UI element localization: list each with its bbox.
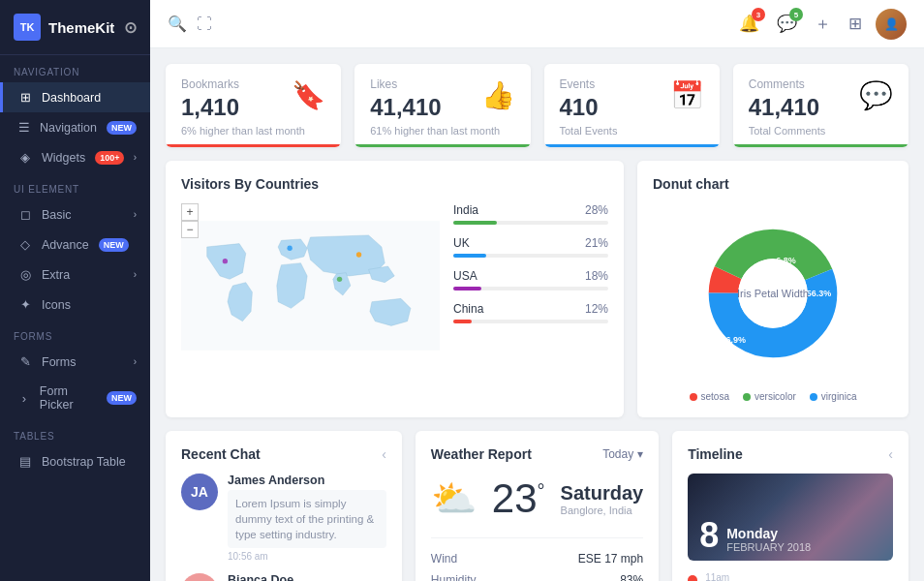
today-dropdown[interactable]: Today ▾ bbox=[602, 447, 643, 461]
chat-avatar-james: JA bbox=[181, 474, 218, 510]
map-visual: + − bbox=[181, 203, 440, 378]
today-label: Today bbox=[602, 447, 633, 461]
donut-wrapper: 6.8% 36.9% 56.3% Iris Petal Width bbox=[653, 211, 893, 376]
new-badge: NEW bbox=[107, 121, 137, 135]
sidebar-item-label: Advance bbox=[42, 238, 89, 252]
country-name: India bbox=[453, 203, 478, 217]
section-forms: Forms bbox=[0, 320, 150, 347]
country-pct: 18% bbox=[585, 269, 608, 283]
svg-point-8 bbox=[738, 259, 807, 327]
map-zoom-in[interactable]: + bbox=[181, 203, 199, 221]
notification-count: 3 bbox=[752, 8, 765, 21]
timeline-month: FEBRUARY 2018 bbox=[726, 541, 811, 553]
weather-day: Saturday bbox=[561, 482, 644, 505]
country-pct: 21% bbox=[585, 236, 608, 250]
svg-point-4 bbox=[356, 252, 361, 257]
search-button[interactable]: 🔍 bbox=[168, 15, 187, 33]
map-stat-india: India 28% bbox=[453, 203, 608, 225]
sidebar: TK ThemeKit ⊙ Navigation ⊞ Dashboard ☰ N… bbox=[0, 0, 150, 581]
chat-collapse-icon[interactable]: ‹ bbox=[382, 446, 386, 462]
chat-name: Bianca Doe bbox=[228, 573, 386, 581]
sidebar-item-label: Dashboard bbox=[42, 91, 101, 105]
stat-card-likes: Likes 41,410 👍 61% higher than last mont… bbox=[354, 64, 530, 147]
map-card-title: Visitors By Countries bbox=[181, 176, 608, 192]
chat-message: Lorem Ipsum is simply dummy text of the … bbox=[228, 490, 386, 548]
weather-card-header: Weather Report Today ▾ bbox=[431, 446, 643, 462]
svg-point-3 bbox=[223, 259, 228, 263]
app-name: ThemeKit bbox=[48, 19, 114, 36]
avatar-initials: BD bbox=[181, 573, 218, 581]
weather-temperature: 23° bbox=[492, 475, 545, 522]
sidebar-item-icons[interactable]: ✦ Icons bbox=[0, 290, 150, 320]
sidebar-item-label: Form Picker bbox=[40, 384, 97, 412]
sidebar-item-label: Icons bbox=[42, 298, 71, 312]
donut-card-title: Donut chart bbox=[653, 176, 893, 192]
sidebar-item-basic[interactable]: ◻ Basic › bbox=[0, 199, 150, 229]
chat-item-bianca: BD Bianca Doe bbox=[181, 573, 386, 581]
middle-row: Visitors By Countries + − bbox=[166, 161, 909, 417]
form-picker-icon: › bbox=[16, 391, 32, 406]
chevron-right-icon: › bbox=[134, 209, 137, 220]
chat-name: James Anderson bbox=[228, 474, 386, 487]
map-zoom-out[interactable]: − bbox=[181, 221, 199, 238]
segment-label-setosa: 6.8% bbox=[776, 256, 796, 265]
sidebar-item-navigation[interactable]: ☰ Navigation NEW bbox=[0, 112, 150, 142]
sidebar-item-forms[interactable]: ✎ Forms › bbox=[0, 347, 150, 377]
stat-sub: Total Comments bbox=[749, 125, 893, 137]
sidebar-item-label: Widgets bbox=[42, 151, 85, 165]
map-stats: India 28% UK 21% bbox=[453, 203, 608, 378]
map-stat-china: China 12% bbox=[453, 302, 608, 323]
stat-value: 1,410 bbox=[181, 94, 239, 121]
new-badge: NEW bbox=[107, 391, 137, 405]
expand-icon[interactable]: ⛶ bbox=[197, 15, 212, 33]
sidebar-item-form-picker[interactable]: › Form Picker NEW bbox=[0, 377, 150, 419]
map-content: + − bbox=[181, 203, 608, 378]
sidebar-item-label: Basic bbox=[42, 208, 72, 222]
chat-card-header: Recent Chat ‹ bbox=[181, 446, 386, 462]
country-pct: 12% bbox=[585, 302, 608, 316]
sidebar-toggle-icon[interactable]: ⊙ bbox=[124, 18, 137, 37]
weather-card: Weather Report Today ▾ ⛅ 23° Saturday Ba… bbox=[416, 431, 659, 581]
timeline-card: Timeline ‹ 8 Monday FEBRUARY 2018 11am A… bbox=[672, 431, 909, 581]
timeline-collapse-icon[interactable]: ‹ bbox=[888, 446, 893, 462]
sidebar-item-dashboard[interactable]: ⊞ Dashboard bbox=[0, 82, 150, 112]
advance-icon: ◇ bbox=[16, 237, 34, 252]
stat-progress-bar bbox=[166, 144, 341, 147]
stat-sub: Total Events bbox=[560, 125, 704, 137]
legend-virginica: virginica bbox=[810, 391, 857, 402]
notifications-button[interactable]: 🔔 3 bbox=[735, 10, 763, 38]
sidebar-item-extra[interactable]: ◎ Extra › bbox=[0, 260, 150, 290]
svg-point-2 bbox=[287, 246, 292, 251]
map-controls: + − bbox=[181, 203, 199, 238]
icons-icon: ✦ bbox=[16, 297, 34, 312]
stat-value: 41,410 bbox=[370, 94, 441, 121]
messages-button[interactable]: 💬 5 bbox=[773, 10, 801, 38]
new-badge: NEW bbox=[99, 238, 129, 252]
timeline-date-number: 8 bbox=[699, 518, 719, 553]
weather-card-title: Weather Report bbox=[431, 446, 532, 462]
avatar[interactable]: 👤 bbox=[876, 9, 907, 40]
sidebar-item-bootstrap-table[interactable]: ▤ Bootstrap Table bbox=[0, 446, 150, 476]
add-button[interactable]: ＋ bbox=[811, 9, 835, 39]
sidebar-item-label: Forms bbox=[42, 355, 76, 369]
weather-cloud-icon: ⛅ bbox=[431, 477, 477, 520]
legend-versicolor: versicolor bbox=[743, 391, 796, 402]
chevron-right-icon: › bbox=[134, 269, 137, 280]
sidebar-item-label: Bootstrap Table bbox=[42, 455, 126, 469]
sidebar-item-label: Extra bbox=[42, 268, 70, 282]
timeline-card-header: Timeline ‹ bbox=[688, 446, 893, 462]
grid-button[interactable]: ⊞ bbox=[845, 10, 866, 38]
chat-avatar-bianca: BD bbox=[181, 573, 218, 581]
weather-location: Banglore, India bbox=[561, 505, 644, 516]
timeline-dot bbox=[688, 575, 697, 581]
stat-card-events: Events 410 📅 Total Events bbox=[544, 64, 720, 147]
segment-label-virginica: 56.3% bbox=[807, 289, 832, 298]
timeline-event-attendance: 11am Attendance Computer Class bbox=[688, 572, 893, 581]
sidebar-item-widgets[interactable]: ◈ Widgets 100+ › bbox=[0, 142, 150, 172]
stat-card-bookmarks: Bookmarks 1,410 🔖 6% higher than last mo… bbox=[166, 64, 341, 147]
donut-legend: setosa versicolor virginica bbox=[653, 391, 893, 402]
map-card: Visitors By Countries + − bbox=[166, 161, 624, 417]
svg-point-1 bbox=[337, 277, 342, 282]
wind-value: ESE 17 mph bbox=[578, 552, 643, 566]
sidebar-item-advance[interactable]: ◇ Advance NEW bbox=[0, 229, 150, 260]
